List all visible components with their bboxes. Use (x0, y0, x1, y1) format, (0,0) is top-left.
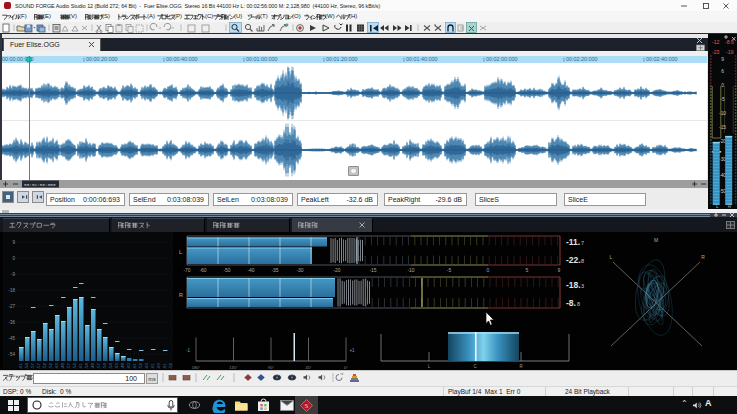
svg-text:-60: -60 (199, 267, 206, 273)
svg-text:R: R (519, 364, 523, 369)
svg-text:-18.: -18. (566, 280, 581, 290)
svg-text:-10: -10 (407, 267, 414, 273)
svg-text:C: C (473, 364, 477, 369)
svg-text:9: 9 (558, 267, 561, 273)
svg-text:R: R (179, 292, 183, 298)
svg-text:5: 5 (526, 267, 529, 273)
svg-text:-35: -35 (271, 267, 278, 273)
svg-text:-23: -23 (712, 49, 720, 55)
svg-text:8: 8 (581, 258, 584, 264)
svg-text:+1: +1 (349, 348, 355, 353)
svg-text:0: 0 (487, 267, 490, 273)
svg-text:-10: -10 (719, 111, 726, 116)
svg-text:6: 6 (721, 69, 724, 74)
svg-text:7: 7 (581, 240, 584, 246)
svg-text:0°: 0° (344, 365, 348, 370)
svg-text:-20: -20 (333, 267, 340, 273)
svg-text:-5: -5 (447, 267, 452, 273)
svg-text:180°: 180° (192, 365, 201, 370)
svg-text:-40: -40 (247, 267, 254, 273)
svg-text:-30: -30 (296, 267, 303, 273)
svg-text:L: L (428, 364, 431, 369)
svg-text:8: 8 (577, 301, 580, 307)
svg-text:-15: -15 (719, 125, 726, 130)
svg-text:R: R (701, 254, 705, 260)
svg-text:-70: -70 (183, 267, 190, 273)
svg-text:-50: -50 (223, 267, 230, 273)
svg-text:-1: -1 (186, 348, 190, 353)
svg-text:-12: -12 (712, 39, 720, 45)
svg-text:-8.6: -8.6 (725, 39, 734, 45)
svg-text:9: 9 (721, 57, 724, 62)
svg-text:135°: 135° (229, 365, 238, 370)
svg-text:0: 0 (721, 83, 724, 88)
svg-text:-22.: -22. (566, 255, 581, 265)
svg-text:90°: 90° (268, 365, 274, 370)
svg-text:-15: -15 (369, 267, 376, 273)
svg-text:-11.: -11. (566, 237, 580, 247)
svg-text:L: L (610, 254, 613, 260)
svg-text:45°: 45° (305, 365, 311, 370)
svg-text:M: M (654, 237, 658, 243)
svg-text:L: L (179, 249, 182, 255)
svg-text:S: S (305, 402, 309, 410)
svg-text:-19: -19 (726, 49, 734, 55)
svg-text:-8.: -8. (566, 298, 576, 308)
svg-text:3: 3 (581, 283, 584, 289)
